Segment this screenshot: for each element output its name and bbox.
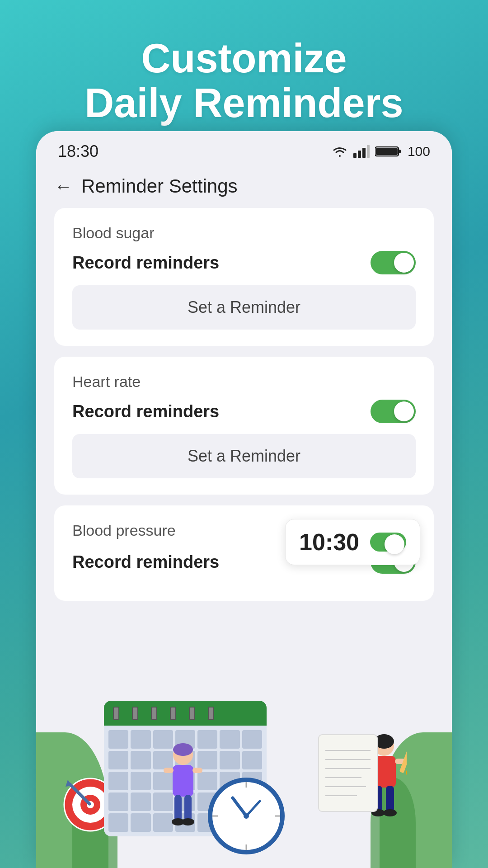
svg-point-19: [182, 818, 194, 826]
svg-rect-38: [386, 786, 394, 813]
header-section: Customize Daily Reminders: [0, 0, 488, 153]
blood-sugar-set-reminder-button[interactable]: Set a Reminder: [72, 285, 416, 330]
notebook-illustration: [316, 732, 380, 814]
person-left-illustration: [163, 741, 203, 836]
svg-rect-0: [353, 153, 357, 158]
back-button[interactable]: ←: [54, 176, 72, 197]
battery-icon: [375, 145, 402, 158]
header-line1: Customize: [141, 36, 347, 81]
svg-point-40: [383, 809, 397, 816]
status-bar: 18:30 100: [36, 131, 452, 168]
svg-rect-3: [367, 145, 370, 158]
blood-sugar-reminder-label: Record reminders: [72, 253, 219, 273]
svg-rect-16: [174, 795, 182, 822]
heart-rate-reminder-label: Record reminders: [72, 402, 219, 421]
page-title: Reminder Settings: [81, 175, 238, 197]
time-badge-toggle[interactable]: [370, 533, 406, 552]
status-icons: 100: [332, 144, 430, 159]
blood-sugar-label: Blood sugar: [72, 224, 416, 242]
svg-rect-5: [399, 150, 401, 153]
svg-marker-12: [66, 780, 72, 787]
signal-icon: [353, 145, 370, 158]
phone-frame: 18:30 100 ← R: [36, 131, 452, 868]
svg-rect-17: [184, 795, 192, 822]
svg-rect-21: [192, 768, 202, 773]
blood-sugar-card: Blood sugar Record reminders Set a Remin…: [54, 208, 434, 346]
heart-rate-set-reminder-button[interactable]: Set a Reminder: [72, 434, 416, 478]
wifi-icon: [332, 145, 348, 158]
svg-point-14: [173, 743, 193, 756]
svg-rect-2: [362, 148, 366, 158]
clock-illustration: [208, 778, 285, 854]
blood-pressure-card: Blood pressure Record reminders 10:30: [54, 505, 434, 601]
header-line2: Daily Reminders: [84, 80, 403, 126]
heart-rate-label: Heart rate: [72, 373, 416, 391]
heart-rate-card: Heart rate Record reminders Set a Remind…: [54, 357, 434, 495]
illustration-area: [36, 642, 452, 868]
svg-rect-6: [376, 148, 398, 155]
svg-rect-20: [164, 768, 174, 773]
status-time: 18:30: [58, 142, 99, 161]
time-badge-value: 10:30: [299, 528, 359, 556]
svg-marker-36: [404, 770, 407, 776]
svg-rect-41: [319, 735, 377, 811]
blood-sugar-toggle[interactable]: [371, 251, 416, 274]
blood-pressure-reminder-label: Record reminders: [72, 552, 219, 572]
blood-sugar-reminder-row: Record reminders: [72, 251, 416, 274]
heart-rate-toggle[interactable]: [371, 400, 416, 423]
nav-bar: ← Reminder Settings: [36, 168, 452, 208]
svg-rect-1: [358, 151, 361, 158]
battery-level: 100: [408, 144, 430, 159]
heart-rate-reminder-row: Record reminders: [72, 400, 416, 423]
svg-rect-15: [173, 765, 193, 797]
time-badge: 10:30: [285, 519, 420, 565]
